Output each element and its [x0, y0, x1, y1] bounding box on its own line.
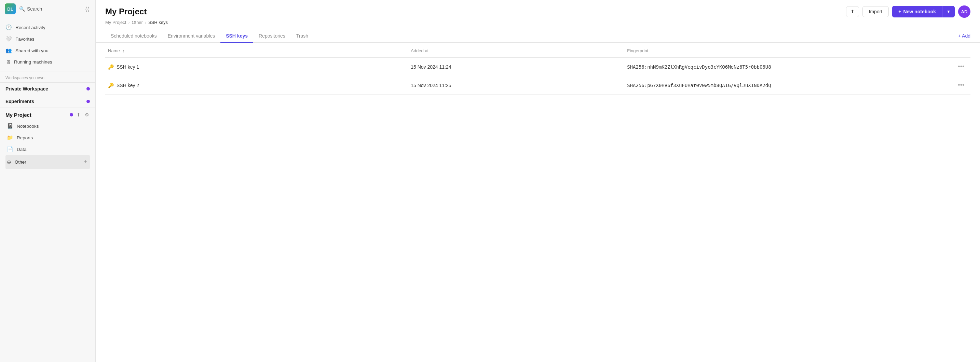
shared-icon: 👥: [5, 48, 12, 54]
cell-actions-2: •••: [953, 76, 970, 95]
sidebar-item-reports[interactable]: 📁 Reports: [5, 132, 90, 143]
cell-name-2: 🔑 SSH key 2: [105, 76, 408, 95]
import-button[interactable]: Import: [862, 6, 889, 17]
sidebar: DL 🔍 Search ⟨⟨ 🕐 Recent activity 🤍 Favor…: [0, 0, 95, 362]
tab-environment-variables[interactable]: Environment variables: [162, 30, 221, 43]
experiments-label: Experiments: [5, 99, 34, 104]
sidebar-item-running-label: Running machines: [14, 59, 52, 65]
th-fingerprint: Fingerprint: [624, 44, 953, 58]
th-name-label: Name: [108, 48, 120, 53]
sidebar-item-favorites-label: Favorites: [15, 37, 35, 42]
key-icon-1: 🔑: [108, 64, 114, 70]
name-cell-1: 🔑 SSH key 1: [108, 64, 405, 70]
cell-added-1: 15 Nov 2024 11:24: [408, 58, 624, 76]
data-icon: 📄: [7, 146, 13, 152]
search-button[interactable]: 🔍 Search: [19, 6, 42, 12]
my-project-header: My Project ⬆ ⚙: [5, 111, 90, 118]
sidebar-nav: 🕐 Recent activity 🤍 Favorites 👥 Shared w…: [0, 18, 95, 71]
my-project-section: My Project ⬆ ⚙ 📓 Notebooks 📁 Reports 📄 D…: [0, 108, 95, 170]
ssh-keys-table: Name ↑ Added at Fingerprint: [105, 44, 970, 95]
sidebar-item-recent-label: Recent activity: [15, 25, 45, 30]
cell-actions-1: •••: [953, 58, 970, 76]
data-label: Data: [17, 147, 27, 152]
sidebar-item-data[interactable]: 📄 Data: [5, 143, 90, 155]
sidebar-item-shared[interactable]: 👥 Shared with you: [0, 45, 95, 56]
tab-trash[interactable]: Trash: [291, 30, 314, 43]
main-content: My Project ⬆ Import + New notebook ▼ AD …: [95, 0, 980, 362]
sidebar-item-favorites[interactable]: 🤍 Favorites: [0, 33, 95, 45]
sidebar-item-notebooks[interactable]: 📓 Notebooks: [5, 120, 90, 132]
sidebar-item-shared-label: Shared with you: [15, 48, 49, 53]
private-workspace-label: Private Workspace: [5, 86, 48, 92]
tab-ssh-keys[interactable]: SSH keys: [220, 30, 253, 43]
running-icon: 🖥: [5, 59, 11, 65]
experiments-dot: [86, 100, 90, 103]
notebooks-icon: 📓: [7, 123, 13, 129]
favorites-icon: 🤍: [5, 36, 12, 42]
project-actions: ⬆ ⚙: [70, 111, 90, 118]
user-avatar[interactable]: AD: [958, 5, 970, 18]
table-container: Name ↑ Added at Fingerprint: [95, 43, 980, 362]
tab-repositories[interactable]: Repositories: [253, 30, 291, 43]
my-project-title: My Project: [5, 112, 32, 118]
share-button[interactable]: ⬆: [846, 6, 859, 17]
other-left: ⊖ Other: [7, 159, 26, 165]
more-options-button-2[interactable]: •••: [956, 81, 966, 89]
sidebar-header: DL 🔍 Search ⟨⟨: [0, 0, 95, 18]
ssh-key-name-2: SSH key 2: [116, 83, 139, 88]
my-project-dot: [70, 113, 73, 116]
add-other-button[interactable]: +: [82, 158, 89, 166]
new-notebook-group: + New notebook ▼: [892, 6, 955, 17]
cell-name-1: 🔑 SSH key 1: [105, 58, 408, 76]
reports-icon: 📁: [7, 135, 13, 141]
cell-added-2: 15 Nov 2024 11:25: [408, 76, 624, 95]
other-icon: ⊖: [7, 159, 11, 165]
recent-icon: 🕐: [5, 24, 12, 30]
th-actions: [953, 44, 970, 58]
cell-fingerprint-2: SHA256:p67X0HV6f3XuFUHat0V0w5mb8QA1G/VQl…: [624, 76, 953, 95]
sidebar-item-recent[interactable]: 🕐 Recent activity: [0, 22, 95, 33]
app-logo: DL: [5, 3, 16, 14]
breadcrumb-sep-1: ›: [128, 20, 129, 25]
breadcrumb-my-project[interactable]: My Project: [105, 20, 126, 25]
breadcrumb-current: SSH keys: [148, 20, 168, 25]
collapse-sidebar-button[interactable]: ⟨⟨: [84, 5, 91, 14]
cell-fingerprint-1: SHA256:nhN9mK2ZlXhRgVeqcivDyo3cYKQ6MeNz6…: [624, 58, 953, 76]
breadcrumb-other[interactable]: Other: [132, 20, 143, 25]
share-icon: ⬆: [851, 9, 854, 14]
name-cell-2: 🔑 SSH key 2: [108, 83, 405, 88]
add-ssh-key-link[interactable]: + Add: [958, 33, 970, 38]
new-notebook-label: New notebook: [903, 9, 936, 14]
table-row: 🔑 SSH key 2 15 Nov 2024 11:25 SHA256:p67…: [105, 76, 970, 95]
dropdown-arrow-icon: ▼: [947, 9, 951, 14]
key-icon-2: 🔑: [108, 83, 114, 88]
main-header: My Project ⬆ Import + New notebook ▼ AD: [95, 0, 980, 18]
more-options-button-1[interactable]: •••: [956, 62, 966, 71]
sidebar-item-experiments[interactable]: Experiments: [0, 95, 95, 108]
header-actions: ⬆ Import + New notebook ▼ AD: [846, 5, 970, 18]
sidebar-item-running[interactable]: 🖥 Running machines: [0, 56, 95, 68]
new-notebook-button[interactable]: + New notebook: [892, 6, 942, 17]
new-notebook-dropdown-button[interactable]: ▼: [942, 6, 955, 17]
sidebar-item-private-workspace[interactable]: Private Workspace: [0, 82, 95, 95]
tab-scheduled-notebooks[interactable]: Scheduled notebooks: [105, 30, 162, 43]
search-icon: 🔍: [19, 6, 25, 12]
breadcrumb: My Project › Other › SSH keys: [95, 18, 980, 30]
share-project-button[interactable]: ⬆: [76, 111, 81, 118]
settings-project-button[interactable]: ⚙: [84, 111, 90, 118]
reports-label: Reports: [17, 135, 33, 140]
table-row: 🔑 SSH key 1 15 Nov 2024 11:24 SHA256:nhN…: [105, 58, 970, 76]
table-header: Name ↑ Added at Fingerprint: [105, 44, 970, 58]
workspaces-label: Workspaces you own: [0, 71, 95, 82]
notebooks-label: Notebooks: [17, 124, 39, 129]
logo-search-group: DL 🔍 Search: [5, 3, 42, 14]
other-label: Other: [15, 159, 26, 165]
th-name: Name ↑: [105, 44, 408, 58]
page-title: My Project: [105, 7, 146, 16]
tab-actions: + Add: [958, 33, 970, 38]
search-label: Search: [27, 6, 42, 12]
sort-icon: ↑: [123, 49, 124, 53]
private-workspace-dot: [86, 87, 90, 90]
tabs-bar: Scheduled notebooks Environment variable…: [95, 30, 980, 43]
sidebar-item-other[interactable]: ⊖ Other +: [5, 155, 90, 169]
